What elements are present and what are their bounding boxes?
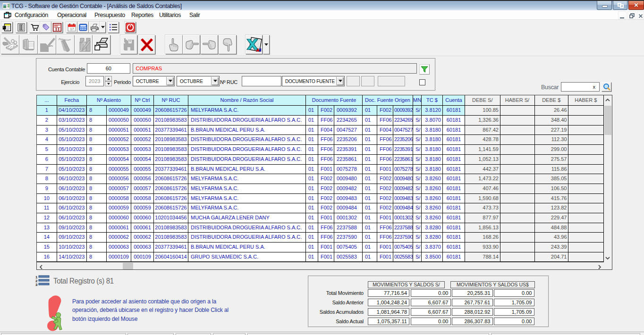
svg-text:3: 3 xyxy=(35,283,38,286)
svg-text:17: 17 xyxy=(70,27,74,31)
